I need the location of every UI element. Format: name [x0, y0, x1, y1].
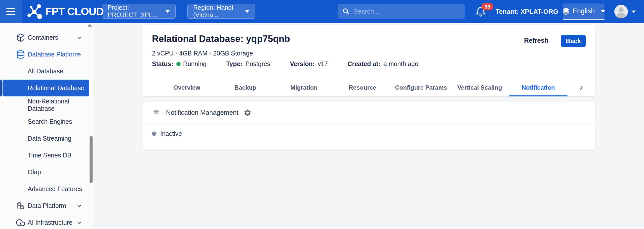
sidebar-item-non-relational-database[interactable]: Non-Relational Database: [0, 96, 94, 113]
selected-accent-bar: [0, 80, 2, 96]
status-dot-green: [176, 62, 181, 66]
page-title: Relational Database: yqp75qnb: [152, 34, 290, 44]
top-navbar: FPT CLOUD Project: PROJECT_XPL... Region…: [0, 0, 644, 23]
sidebar-item-all-database[interactable]: All Database: [0, 63, 94, 80]
notification-bell[interactable]: 39: [475, 6, 495, 21]
tab-vertical-scaling[interactable]: Vertical Scaling: [450, 79, 509, 96]
status-group: Status: Running: [152, 60, 207, 68]
status-value: Running: [183, 60, 207, 68]
tab-backup[interactable]: Backup: [216, 79, 275, 96]
created-group: Created at: a month ago: [347, 60, 418, 68]
sidebar-item-label: Olap: [28, 168, 41, 176]
sidebar-scroll-up-arrow[interactable]: [87, 24, 93, 27]
version-value: v17: [318, 60, 328, 68]
sidebar-item-label: Time Series DB: [28, 152, 71, 159]
search-input[interactable]: [353, 8, 460, 15]
tenant-dropdown[interactable]: Tenant: XPLAT-ORG: [496, 0, 568, 23]
sidebar-item-label: Relational Database: [28, 84, 84, 92]
sidebar: Containers Database Platform All Databas…: [0, 23, 94, 229]
sidebar-item-containers[interactable]: Containers: [0, 29, 94, 46]
ai-cloud-icon: [16, 218, 26, 228]
database-specs: 2 vCPU - 4GB RAM - 20GB Storage: [152, 50, 253, 57]
inactive-status-dot: [152, 132, 156, 136]
database-meta-row: Status: Running Type: Postgres Version: …: [152, 60, 438, 68]
chevron-down-icon: [76, 203, 83, 209]
back-button[interactable]: Back: [561, 35, 586, 47]
tab-overview[interactable]: Overview: [157, 79, 216, 96]
box-icon: [16, 33, 26, 43]
notification-card-header: Notification Management: [143, 102, 595, 124]
type-group: Type: Postgres: [226, 60, 270, 68]
sidebar-item-time-series-db[interactable]: Time Series DB: [0, 147, 94, 164]
global-search: [338, 4, 465, 19]
project-dropdown-label: Project: PROJECT_XPL...: [108, 4, 165, 19]
type-value: Postgres: [246, 60, 270, 68]
globe-icon: [562, 7, 570, 15]
sidebar-item-label: Advanced Features: [28, 185, 82, 193]
tab-bar: Overview Backup Migration Resource Confi…: [143, 79, 595, 96]
sidebar-item-label: Search Engines: [28, 118, 72, 125]
sidebar-selected-row-wrap: Relational Database: [0, 80, 94, 96]
tab-notification[interactable]: Notification: [509, 79, 568, 96]
user-menu[interactable]: [614, 0, 636, 23]
chevron-up-icon: [76, 51, 83, 58]
notification-card-title: Notification Management: [166, 109, 238, 117]
chevron-down-icon: [245, 10, 250, 13]
notification-status-text: Inactive: [160, 130, 182, 137]
chevron-down-icon: [76, 34, 83, 41]
created-at-value: a month ago: [383, 60, 418, 68]
version-label: Version:: [290, 60, 315, 68]
language-selector[interactable]: English: [563, 4, 605, 20]
sidebar-item-label: Database Platform: [28, 51, 80, 58]
avatar: [614, 5, 628, 18]
hamburger-menu-icon[interactable]: [0, 0, 22, 23]
sidebar-item-label: Containers: [28, 34, 58, 41]
settings-gear-icon[interactable]: [244, 109, 252, 117]
chevron-down-icon: [601, 10, 605, 13]
fpt-cloud-logo[interactable]: FPT CLOUD: [26, 0, 103, 23]
sidebar-item-search-engines[interactable]: Search Engines: [0, 113, 94, 130]
chevron-down-icon: [165, 10, 170, 13]
tab-resource[interactable]: Resource: [333, 79, 392, 96]
chevron-right-icon: [578, 84, 585, 91]
region-dropdown[interactable]: Region: Hanoi (Vietna...: [187, 4, 255, 19]
refresh-button[interactable]: Refresh: [524, 37, 548, 44]
sidebar-item-ai-infrastructure[interactable]: AI Infrastructure: [0, 214, 94, 229]
tabs-overflow-chevron[interactable]: [568, 79, 595, 96]
database-icon: [16, 49, 26, 60]
sidebar-item-label: All Database: [28, 68, 63, 75]
sidebar-item-database-platform[interactable]: Database Platform: [0, 46, 94, 63]
notification-count-badge: 39: [481, 3, 493, 10]
status-label: Status:: [152, 60, 173, 68]
sidebar-item-data-platform[interactable]: Data Platform: [0, 197, 94, 214]
version-group: Version: v17: [290, 60, 328, 68]
chevron-down-icon: [631, 11, 636, 13]
created-at-label: Created at:: [347, 60, 380, 68]
search-icon: [342, 8, 350, 15]
logo-text: FPT CLOUD: [45, 6, 103, 18]
language-label: English: [573, 7, 595, 15]
sidebar-item-olap[interactable]: Olap: [0, 164, 94, 181]
region-dropdown-label: Region: Hanoi (Vietna...: [193, 4, 245, 19]
sidebar-nav: Containers Database Platform All Databas…: [0, 23, 94, 229]
sidebar-item-data-streaming[interactable]: Data Streaming: [0, 130, 94, 147]
type-label: Type:: [226, 60, 243, 68]
data-platform-icon: [16, 201, 26, 211]
sidebar-item-label: Data Streaming: [28, 135, 71, 142]
project-dropdown[interactable]: Project: PROJECT_XPL...: [102, 4, 176, 19]
sidebar-item-advanced-features[interactable]: Advanced Features: [0, 181, 94, 197]
sidebar-item-label: Data Platform: [28, 202, 66, 209]
sidebar-item-relational-database[interactable]: Relational Database: [3, 80, 89, 96]
database-detail-card: Relational Database: yqp75qnb 2 vCPU - 4…: [143, 25, 595, 96]
chevron-down-icon: [76, 219, 83, 226]
layers-icon: [152, 108, 160, 117]
tab-migration[interactable]: Migration: [275, 79, 333, 96]
notification-management-card: Notification Management Inactive: [143, 102, 595, 150]
tenant-label: Tenant: XPLAT-ORG: [496, 8, 558, 16]
fpt-molecule-icon: [26, 4, 42, 20]
notification-status-row: Inactive: [152, 130, 182, 137]
sidebar-item-label: Non-Relational Database: [28, 98, 94, 112]
tab-configure-params[interactable]: Configure Params: [392, 79, 450, 96]
sidebar-item-label: AI Infrastructure: [28, 219, 72, 226]
